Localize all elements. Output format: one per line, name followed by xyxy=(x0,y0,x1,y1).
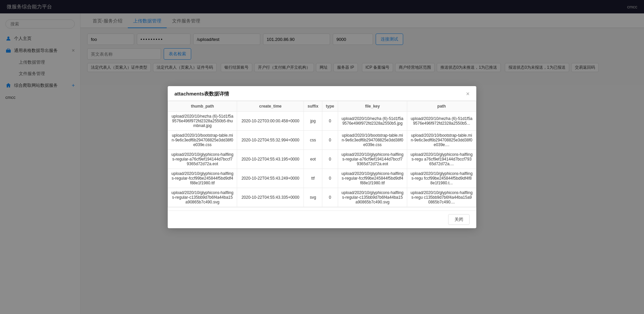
table-cell-type: 0 xyxy=(322,130,338,149)
table-cell-suffix: css xyxy=(304,130,322,149)
table-row: upload/2020/10/bootstrap-table.min-9e6c3… xyxy=(168,130,476,149)
modal-scroll-bottom[interactable] xyxy=(168,207,476,210)
col-type: type xyxy=(322,101,338,111)
table-cell-thumb-path: upload/2020/10/bootstrap-table.min-9e6c3… xyxy=(168,130,237,149)
col-create-time: create_time xyxy=(237,101,304,111)
col-suffix: suffix xyxy=(304,101,322,111)
table-cell-type: 0 xyxy=(322,111,338,130)
table-cell-file-key: upload/2020/10/glyphicons-halflings-regu… xyxy=(338,169,407,188)
table-row: upload/2020/10/glyphicons-halflings-regu… xyxy=(168,188,476,207)
table-cell-thumb-path: upload/2020/10/glyphicons-halflings-regu… xyxy=(168,188,237,207)
modal-title: attachments表数据详情 xyxy=(174,91,229,97)
data-table: thumb_path create_time suffix type file_… xyxy=(168,101,476,207)
table-cell-path: upload/2020/10/glyphicons-halflings-regu… xyxy=(407,188,476,207)
table-cell-type: 0 xyxy=(322,188,338,207)
table-cell-file-key: upload/2020/10/glyphicons-halflings-regu… xyxy=(338,149,407,169)
col-file-key: file_key xyxy=(338,101,407,111)
modal-close-button[interactable]: × xyxy=(466,91,470,97)
table-cell-path: upload/2020/10/glyphicons-halflings-regu… xyxy=(407,169,476,188)
modal-overlay: attachments表数据详情 × thumb_path create_tim… xyxy=(0,0,644,314)
table-row: upload/2020/10/glyphicons-halflings-regu… xyxy=(168,149,476,169)
table-cell-type: 0 xyxy=(322,169,338,188)
table-cell-suffix: ttf xyxy=(304,169,322,188)
table-cell-file-key: upload/2020/10/nezha (6)-51d1f5a9576e496… xyxy=(338,111,407,130)
table-row: upload/2020/10/glyphicons-halflings-regu… xyxy=(168,169,476,188)
col-thumb-path: thumb_path xyxy=(168,101,237,111)
table-cell-create-time: 2020-10-22T04:55:43.335+0000 xyxy=(237,188,304,207)
modal: attachments表数据详情 × thumb_path create_tim… xyxy=(168,86,476,228)
table-cell-path: upload/2020/10/bootstrap-table.min-9e6c3… xyxy=(407,130,476,149)
table-cell-path: upload/2020/10/glyphicons-halflings-regu… xyxy=(407,149,476,169)
table-cell-thumb-path: upload/2020/10/glyphicons-halflings-regu… xyxy=(168,169,237,188)
table-cell-thumb-path: upload/2020/10/nezha (6)-51d1f5a9576e496… xyxy=(168,111,237,130)
modal-footer-close-button[interactable]: 关闭 xyxy=(448,214,470,225)
table-cell-suffix: jpg xyxy=(304,111,322,130)
table-cell-create-time: 2020-10-22T03:00:00.458+0000 xyxy=(237,111,304,130)
table-cell-file-key: upload/2020/10/bootstrap-table.min-9e6c3… xyxy=(338,130,407,149)
modal-body: thumb_path create_time suffix type file_… xyxy=(168,101,476,207)
table-row: upload/2020/10/nezha (6)-51d1f5a9576e496… xyxy=(168,111,476,130)
table-cell-suffix: eot xyxy=(304,149,322,169)
table-cell-path: upload/2020/10/nezha (6)-51d1f5a9576e496… xyxy=(407,111,476,130)
table-cell-create-time: 2020-10-22T04:55:43.195+0000 xyxy=(237,149,304,169)
table-cell-create-time: 2020-10-22T04:55:32.994+0000 xyxy=(237,130,304,149)
table-cell-create-time: 2020-10-22T04:55:43.249+0000 xyxy=(237,169,304,188)
table-cell-file-key: upload/2020/10/glyphicons-halflings-regu… xyxy=(338,188,407,207)
modal-header: attachments表数据详情 × xyxy=(168,86,476,101)
table-cell-thumb-path: upload/2020/10/glyphicons-halflings-regu… xyxy=(168,149,237,169)
modal-footer: 关闭 xyxy=(168,210,476,228)
col-path: path xyxy=(407,101,476,111)
table-cell-suffix: svg xyxy=(304,188,322,207)
table-cell-type: 0 xyxy=(322,149,338,169)
